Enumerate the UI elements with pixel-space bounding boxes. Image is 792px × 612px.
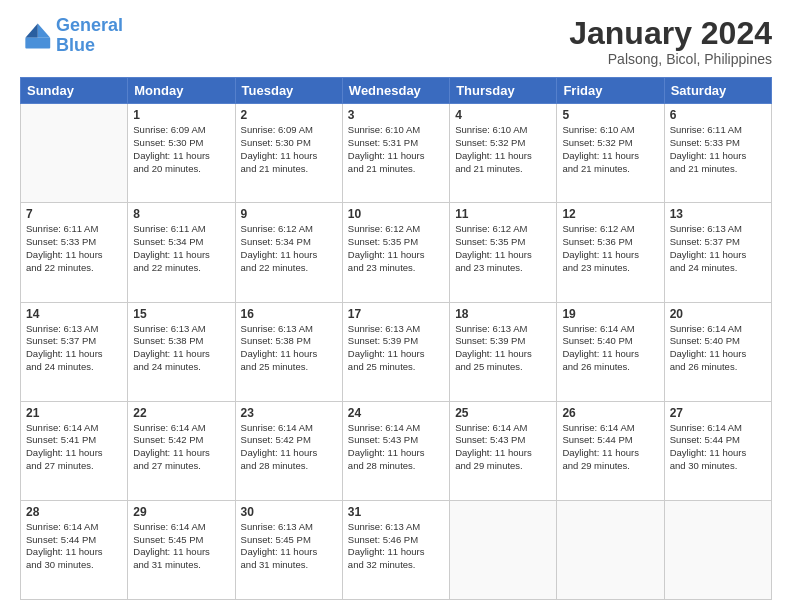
calendar-cell: 26Sunrise: 6:14 AM Sunset: 5:44 PM Dayli… bbox=[557, 401, 664, 500]
day-number: 17 bbox=[348, 307, 444, 321]
day-info: Sunrise: 6:14 AM Sunset: 5:40 PM Dayligh… bbox=[562, 323, 658, 374]
calendar-cell: 24Sunrise: 6:14 AM Sunset: 5:43 PM Dayli… bbox=[342, 401, 449, 500]
calendar-header-friday: Friday bbox=[557, 78, 664, 104]
day-number: 23 bbox=[241, 406, 337, 420]
day-number: 2 bbox=[241, 108, 337, 122]
day-number: 20 bbox=[670, 307, 766, 321]
day-number: 3 bbox=[348, 108, 444, 122]
calendar-cell: 29Sunrise: 6:14 AM Sunset: 5:45 PM Dayli… bbox=[128, 500, 235, 599]
day-number: 8 bbox=[133, 207, 229, 221]
day-info: Sunrise: 6:14 AM Sunset: 5:45 PM Dayligh… bbox=[133, 521, 229, 572]
calendar-cell: 25Sunrise: 6:14 AM Sunset: 5:43 PM Dayli… bbox=[450, 401, 557, 500]
day-info: Sunrise: 6:14 AM Sunset: 5:44 PM Dayligh… bbox=[26, 521, 122, 572]
day-info: Sunrise: 6:14 AM Sunset: 5:44 PM Dayligh… bbox=[562, 422, 658, 473]
day-info: Sunrise: 6:12 AM Sunset: 5:35 PM Dayligh… bbox=[455, 223, 551, 274]
calendar-cell: 4Sunrise: 6:10 AM Sunset: 5:32 PM Daylig… bbox=[450, 104, 557, 203]
calendar-cell: 9Sunrise: 6:12 AM Sunset: 5:34 PM Daylig… bbox=[235, 203, 342, 302]
day-number: 16 bbox=[241, 307, 337, 321]
day-number: 6 bbox=[670, 108, 766, 122]
day-number: 28 bbox=[26, 505, 122, 519]
day-info: Sunrise: 6:13 AM Sunset: 5:39 PM Dayligh… bbox=[455, 323, 551, 374]
day-info: Sunrise: 6:09 AM Sunset: 5:30 PM Dayligh… bbox=[133, 124, 229, 175]
day-info: Sunrise: 6:14 AM Sunset: 5:43 PM Dayligh… bbox=[455, 422, 551, 473]
calendar-cell: 14Sunrise: 6:13 AM Sunset: 5:37 PM Dayli… bbox=[21, 302, 128, 401]
calendar-cell bbox=[21, 104, 128, 203]
calendar-cell: 16Sunrise: 6:13 AM Sunset: 5:38 PM Dayli… bbox=[235, 302, 342, 401]
day-info: Sunrise: 6:14 AM Sunset: 5:41 PM Dayligh… bbox=[26, 422, 122, 473]
calendar-cell: 17Sunrise: 6:13 AM Sunset: 5:39 PM Dayli… bbox=[342, 302, 449, 401]
calendar-cell: 15Sunrise: 6:13 AM Sunset: 5:38 PM Dayli… bbox=[128, 302, 235, 401]
day-info: Sunrise: 6:09 AM Sunset: 5:30 PM Dayligh… bbox=[241, 124, 337, 175]
calendar-cell: 31Sunrise: 6:13 AM Sunset: 5:46 PM Dayli… bbox=[342, 500, 449, 599]
calendar-cell: 21Sunrise: 6:14 AM Sunset: 5:41 PM Dayli… bbox=[21, 401, 128, 500]
day-number: 13 bbox=[670, 207, 766, 221]
calendar-header-saturday: Saturday bbox=[664, 78, 771, 104]
subtitle: Palsong, Bicol, Philippines bbox=[569, 51, 772, 67]
svg-rect-2 bbox=[25, 38, 50, 49]
day-number: 12 bbox=[562, 207, 658, 221]
calendar-cell: 3Sunrise: 6:10 AM Sunset: 5:31 PM Daylig… bbox=[342, 104, 449, 203]
header: General Blue January 2024 Palsong, Bicol… bbox=[20, 16, 772, 67]
day-number: 10 bbox=[348, 207, 444, 221]
day-info: Sunrise: 6:14 AM Sunset: 5:42 PM Dayligh… bbox=[241, 422, 337, 473]
day-number: 27 bbox=[670, 406, 766, 420]
logo-blue: Blue bbox=[56, 36, 123, 56]
day-info: Sunrise: 6:12 AM Sunset: 5:34 PM Dayligh… bbox=[241, 223, 337, 274]
day-number: 7 bbox=[26, 207, 122, 221]
svg-marker-1 bbox=[25, 23, 37, 37]
day-number: 11 bbox=[455, 207, 551, 221]
day-number: 31 bbox=[348, 505, 444, 519]
day-info: Sunrise: 6:14 AM Sunset: 5:43 PM Dayligh… bbox=[348, 422, 444, 473]
logo-icon bbox=[20, 20, 52, 52]
day-number: 14 bbox=[26, 307, 122, 321]
calendar-cell: 12Sunrise: 6:12 AM Sunset: 5:36 PM Dayli… bbox=[557, 203, 664, 302]
day-info: Sunrise: 6:11 AM Sunset: 5:33 PM Dayligh… bbox=[26, 223, 122, 274]
calendar-cell bbox=[664, 500, 771, 599]
day-number: 5 bbox=[562, 108, 658, 122]
calendar-header-thursday: Thursday bbox=[450, 78, 557, 104]
calendar-header-wednesday: Wednesday bbox=[342, 78, 449, 104]
calendar-header-monday: Monday bbox=[128, 78, 235, 104]
day-number: 4 bbox=[455, 108, 551, 122]
calendar-cell: 30Sunrise: 6:13 AM Sunset: 5:45 PM Dayli… bbox=[235, 500, 342, 599]
day-number: 18 bbox=[455, 307, 551, 321]
day-info: Sunrise: 6:14 AM Sunset: 5:42 PM Dayligh… bbox=[133, 422, 229, 473]
calendar-cell: 1Sunrise: 6:09 AM Sunset: 5:30 PM Daylig… bbox=[128, 104, 235, 203]
day-number: 25 bbox=[455, 406, 551, 420]
calendar-cell: 11Sunrise: 6:12 AM Sunset: 5:35 PM Dayli… bbox=[450, 203, 557, 302]
day-info: Sunrise: 6:13 AM Sunset: 5:38 PM Dayligh… bbox=[133, 323, 229, 374]
day-info: Sunrise: 6:11 AM Sunset: 5:34 PM Dayligh… bbox=[133, 223, 229, 274]
main-title: January 2024 bbox=[569, 16, 772, 51]
day-info: Sunrise: 6:13 AM Sunset: 5:37 PM Dayligh… bbox=[670, 223, 766, 274]
logo: General Blue bbox=[20, 16, 123, 56]
calendar-cell: 13Sunrise: 6:13 AM Sunset: 5:37 PM Dayli… bbox=[664, 203, 771, 302]
day-info: Sunrise: 6:14 AM Sunset: 5:40 PM Dayligh… bbox=[670, 323, 766, 374]
day-number: 29 bbox=[133, 505, 229, 519]
calendar-header-tuesday: Tuesday bbox=[235, 78, 342, 104]
day-info: Sunrise: 6:10 AM Sunset: 5:32 PM Dayligh… bbox=[562, 124, 658, 175]
calendar-cell bbox=[557, 500, 664, 599]
day-number: 15 bbox=[133, 307, 229, 321]
day-info: Sunrise: 6:10 AM Sunset: 5:32 PM Dayligh… bbox=[455, 124, 551, 175]
calendar-cell: 23Sunrise: 6:14 AM Sunset: 5:42 PM Dayli… bbox=[235, 401, 342, 500]
day-number: 9 bbox=[241, 207, 337, 221]
day-info: Sunrise: 6:12 AM Sunset: 5:36 PM Dayligh… bbox=[562, 223, 658, 274]
day-number: 21 bbox=[26, 406, 122, 420]
calendar-cell: 5Sunrise: 6:10 AM Sunset: 5:32 PM Daylig… bbox=[557, 104, 664, 203]
calendar-cell: 8Sunrise: 6:11 AM Sunset: 5:34 PM Daylig… bbox=[128, 203, 235, 302]
logo-general: General bbox=[56, 15, 123, 35]
day-info: Sunrise: 6:13 AM Sunset: 5:38 PM Dayligh… bbox=[241, 323, 337, 374]
calendar-cell bbox=[450, 500, 557, 599]
calendar-cell: 2Sunrise: 6:09 AM Sunset: 5:30 PM Daylig… bbox=[235, 104, 342, 203]
day-number: 26 bbox=[562, 406, 658, 420]
day-number: 30 bbox=[241, 505, 337, 519]
calendar-cell: 18Sunrise: 6:13 AM Sunset: 5:39 PM Dayli… bbox=[450, 302, 557, 401]
calendar-cell: 6Sunrise: 6:11 AM Sunset: 5:33 PM Daylig… bbox=[664, 104, 771, 203]
calendar-cell: 19Sunrise: 6:14 AM Sunset: 5:40 PM Dayli… bbox=[557, 302, 664, 401]
day-info: Sunrise: 6:11 AM Sunset: 5:33 PM Dayligh… bbox=[670, 124, 766, 175]
calendar-cell: 7Sunrise: 6:11 AM Sunset: 5:33 PM Daylig… bbox=[21, 203, 128, 302]
calendar-cell: 10Sunrise: 6:12 AM Sunset: 5:35 PM Dayli… bbox=[342, 203, 449, 302]
calendar-table: SundayMondayTuesdayWednesdayThursdayFrid… bbox=[20, 77, 772, 600]
day-info: Sunrise: 6:13 AM Sunset: 5:37 PM Dayligh… bbox=[26, 323, 122, 374]
title-block: January 2024 Palsong, Bicol, Philippines bbox=[569, 16, 772, 67]
